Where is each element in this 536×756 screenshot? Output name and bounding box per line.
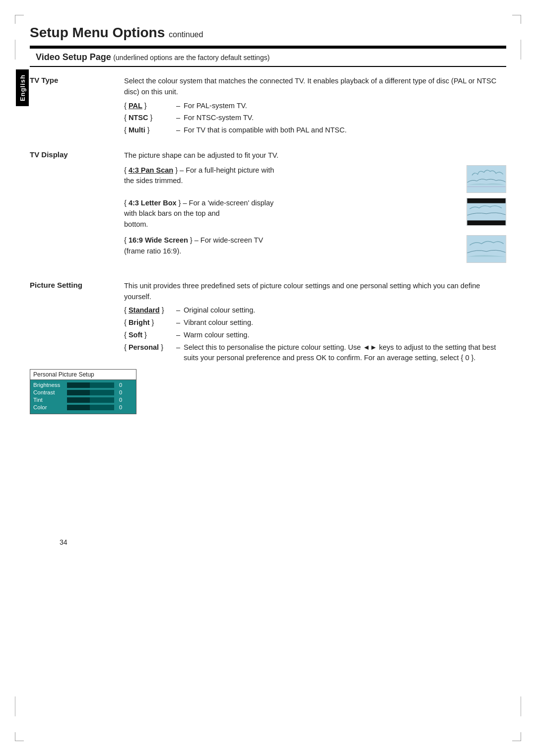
corner-mark-tr bbox=[512, 15, 521, 24]
tv-type-multi: { Multi } – For TV that is compatible wi… bbox=[124, 125, 506, 136]
svg-rect-0 bbox=[467, 166, 505, 192]
color-bar bbox=[67, 405, 114, 410]
tv-display-letter-box: { 4:3 Letter Box } – For a 'wide-screen'… bbox=[124, 198, 506, 230]
section-header-subtitle: (underlined options are the factory defa… bbox=[113, 54, 269, 62]
page-title-continued: continued bbox=[169, 30, 203, 39]
pan-scan-image bbox=[467, 165, 506, 193]
picture-setting-label: Picture Setting bbox=[30, 281, 124, 365]
personal-row-contrast: Contrast 0 bbox=[33, 389, 133, 395]
contrast-bar bbox=[67, 390, 114, 395]
section-header: Video Setup Page (underlined options are… bbox=[30, 47, 506, 67]
tv-display-label: TV Display bbox=[30, 150, 124, 268]
page-title-text: Setup Menu Options bbox=[30, 25, 165, 40]
page-content: English Setup Menu Options continued Vid… bbox=[30, 25, 506, 566]
wide-screen-image bbox=[467, 235, 506, 263]
tv-type-desc: Select the colour system that matches th… bbox=[124, 76, 506, 137]
picture-setting-desc: This unit provides three predefined sets… bbox=[124, 281, 506, 365]
tint-bar bbox=[67, 397, 114, 403]
tv-type-sub-options: { PAL } – For PAL-system TV. { NTSC } – … bbox=[124, 101, 506, 136]
option-row-picture-setting: Picture Setting This unit provides three… bbox=[30, 277, 506, 365]
corner-mark-bl bbox=[15, 732, 24, 741]
personal-picture-box: Personal Picture Setup Brightness 0 Cont… bbox=[30, 369, 136, 414]
content-area: TV Type Select the colour system that ma… bbox=[30, 67, 506, 419]
picture-standard: { Standard } – Original colour setting. bbox=[124, 305, 506, 316]
picture-personal: { Personal } – Select this to personalis… bbox=[124, 342, 506, 364]
personal-row-color: Color 0 bbox=[33, 404, 133, 410]
page-number: 34 bbox=[60, 538, 536, 546]
tv-type-label: TV Type bbox=[30, 76, 124, 137]
svg-rect-2 bbox=[467, 198, 505, 203]
corner-mark-br bbox=[512, 732, 521, 741]
personal-box-body: Brightness 0 Contrast 0 Ti bbox=[30, 380, 136, 414]
tv-type-ntsc: { NTSC } – For NTSC-system TV. bbox=[124, 113, 506, 124]
picture-sub-options: { Standard } – Original colour setting. … bbox=[124, 305, 506, 364]
side-line-left bbox=[15, 40, 15, 60]
option-row-tv-type: TV Type Select the colour system that ma… bbox=[30, 72, 506, 137]
letter-box-image bbox=[467, 198, 506, 226]
personal-row-tint: Tint 0 bbox=[33, 397, 133, 403]
personal-row-brightness: Brightness 0 bbox=[33, 382, 133, 388]
picture-bright: { Bright } – Vibrant colour setting. bbox=[124, 317, 506, 328]
language-tab: English bbox=[16, 69, 29, 106]
section-header-title: Video Setup Page bbox=[36, 52, 111, 62]
svg-rect-3 bbox=[467, 220, 505, 225]
tv-display-pan-scan: { 4:3 Pan Scan } – For a full-height pic… bbox=[124, 165, 506, 193]
corner-mark-tl bbox=[15, 15, 24, 24]
option-row-tv-display: TV Display The picture shape can be adju… bbox=[30, 146, 506, 268]
side-line-right-bottom bbox=[521, 696, 521, 716]
personal-box-title: Personal Picture Setup bbox=[30, 370, 136, 380]
personal-picture-area: Personal Picture Setup Brightness 0 Cont… bbox=[30, 369, 506, 414]
tv-display-wide-screen: { 16:9 Wide Screen } – For wide-screen T… bbox=[124, 235, 506, 263]
svg-rect-4 bbox=[467, 236, 505, 262]
brightness-bar bbox=[67, 382, 114, 388]
picture-soft: { Soft } – Warm colour setting. bbox=[124, 330, 506, 341]
page-title: Setup Menu Options continued bbox=[30, 25, 506, 41]
side-line-right bbox=[521, 40, 521, 60]
tv-display-desc: The picture shape can be adjusted to fit… bbox=[124, 150, 506, 268]
side-line-left-bottom bbox=[15, 696, 15, 716]
tv-type-pal: { PAL } – For PAL-system TV. bbox=[124, 101, 506, 112]
